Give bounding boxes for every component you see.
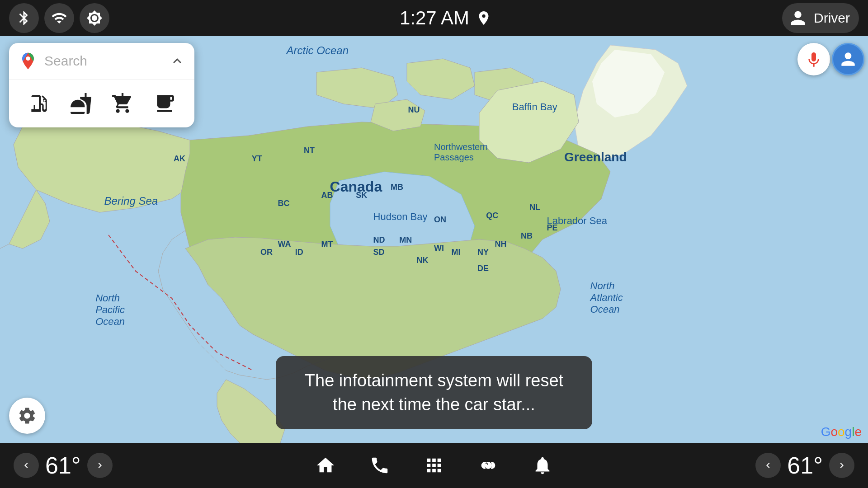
temp-right-display: 61°	[787, 452, 823, 479]
gas-station-icon	[28, 92, 50, 115]
climate-button[interactable]	[475, 452, 502, 479]
mic-icon	[805, 50, 823, 68]
driver-label: Driver	[814, 10, 850, 26]
account-icon	[788, 8, 808, 28]
temp-left-value: 61°	[45, 452, 81, 479]
restaurant-icon	[70, 92, 92, 115]
search-card: Search	[9, 43, 194, 127]
temp-right-increase-button[interactable]	[829, 453, 854, 478]
grocery-icon	[111, 92, 134, 115]
toast-notification: The infotainment system will reset the n…	[276, 356, 592, 429]
chevron-right-icon	[94, 460, 105, 471]
svg-point-0	[26, 56, 30, 61]
bluetooth-icon	[16, 10, 32, 26]
brightness-button[interactable]	[80, 3, 109, 33]
toast-text: The infotainment system will reset the n…	[305, 371, 563, 414]
top-center: 1:27 AM	[400, 7, 492, 29]
apps-button[interactable]	[420, 452, 448, 479]
home-button[interactable]	[312, 452, 339, 479]
phone-button[interactable]	[366, 452, 393, 479]
temp-left-display: 61°	[45, 452, 81, 479]
search-shortcuts	[9, 80, 194, 127]
top-right-controls: Driver	[782, 3, 859, 33]
restaurant-shortcut[interactable]	[65, 88, 97, 119]
notifications-button[interactable]	[529, 452, 556, 479]
google-logo: Google	[821, 425, 862, 439]
clock: 1:27 AM	[400, 7, 469, 29]
coffee-icon	[153, 92, 176, 115]
temp-right-value: 61°	[787, 452, 823, 479]
temp-right-area: 61°	[755, 452, 854, 479]
chevron-left-right-icon	[763, 460, 774, 471]
temp-right-decrease-button[interactable]	[755, 453, 781, 478]
search-input[interactable]: Search	[44, 53, 163, 69]
settings-icon	[17, 406, 37, 426]
temp-left-decrease-button[interactable]	[14, 453, 39, 478]
search-bar[interactable]: Search	[9, 43, 194, 80]
top-left-controls	[9, 3, 109, 33]
grocery-shortcut[interactable]	[107, 88, 138, 119]
temp-left-increase-button[interactable]	[87, 453, 113, 478]
top-bar: 1:27 AM Driver	[0, 0, 868, 36]
wifi-button[interactable]	[44, 3, 74, 33]
location-icon	[476, 10, 492, 26]
mic-button[interactable]	[797, 43, 830, 75]
settings-button[interactable]	[9, 398, 45, 434]
wifi-icon	[51, 10, 67, 26]
coffee-shortcut[interactable]	[149, 88, 180, 119]
maps-logo-icon	[18, 51, 38, 71]
bluetooth-button[interactable]	[9, 3, 39, 33]
chevron-up-icon[interactable]	[169, 53, 185, 69]
chevron-left-icon	[21, 460, 32, 471]
phone-icon	[369, 455, 390, 476]
bottom-bar: 61°	[0, 443, 868, 488]
chevron-right-right-icon	[836, 460, 847, 471]
account-map-button[interactable]	[832, 43, 864, 75]
gas-station-shortcut[interactable]	[23, 88, 55, 119]
temp-left-area: 61°	[14, 452, 113, 479]
fan-icon	[478, 455, 499, 476]
bottom-nav	[312, 452, 556, 479]
driver-button[interactable]: Driver	[782, 3, 859, 33]
bell-icon	[532, 455, 553, 476]
brightness-icon	[86, 10, 103, 26]
account-map-icon	[838, 49, 858, 69]
home-icon	[315, 455, 336, 476]
apps-grid-icon	[424, 455, 444, 476]
